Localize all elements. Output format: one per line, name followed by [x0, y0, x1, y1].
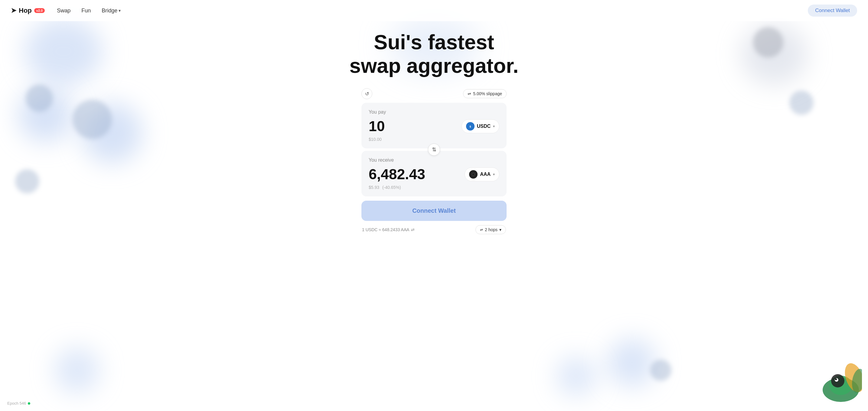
svg-text:$: $	[469, 125, 471, 128]
receive-row: 6,482.43 AAA ▾	[369, 166, 499, 182]
navbar: ➤ Hop v2.0 Swap Fun Bridge ▾ Connect Wal…	[0, 0, 868, 21]
receive-amount[interactable]: 6,482.43	[369, 166, 425, 182]
receive-usd-amount: $5.93	[369, 185, 379, 190]
swap-info-row: 1 USDC ≈ 648.2433 AAA ⇄ ⇌ 2 hops ▾	[362, 225, 506, 234]
hops-label: 2 hops	[485, 227, 497, 232]
pay-amount[interactable]: 10	[369, 118, 385, 135]
nav-link-bridge[interactable]: Bridge ▾	[102, 7, 121, 14]
hops-button[interactable]: ⇌ 2 hops ▾	[475, 225, 506, 234]
nav-link-swap[interactable]: Swap	[57, 7, 70, 14]
receive-usd-change: (-40.65%)	[382, 185, 401, 190]
you-pay-label: You pay	[369, 109, 499, 115]
you-receive-panel: You receive 6,482.43 AAA ▾	[362, 151, 506, 197]
logo: ➤ Hop v2.0	[11, 7, 45, 14]
usdc-icon: $	[466, 122, 474, 131]
receive-usd-value: $5.93 (-40.65%)	[369, 185, 499, 190]
bg-blob-6	[608, 339, 656, 387]
hero-title-line1: Sui's fastest	[374, 31, 494, 54]
logo-icon: ➤	[11, 7, 16, 14]
receive-token-selector[interactable]: AAA ▾	[465, 167, 499, 181]
slippage-icon: ⇌	[468, 91, 471, 96]
svg-point-2	[471, 172, 476, 177]
chevron-down-icon: ▾	[119, 8, 121, 13]
swap-toolbar: ↺ ⇌ 5.00% slippage	[362, 88, 506, 99]
you-receive-label: You receive	[369, 158, 499, 163]
receive-token-chevron-icon: ▾	[493, 172, 495, 176]
pay-usd-value: $10.00	[369, 137, 499, 142]
swap-container: ↺ ⇌ 5.00% slippage You pay 10 $	[362, 88, 506, 234]
svg-point-8	[835, 378, 837, 380]
connect-wallet-button[interactable]: Connect Wallet	[362, 201, 506, 221]
hero-title: Sui's fastest swap aggregator.	[349, 30, 518, 77]
main-content: Sui's fastest swap aggregator. ↺ ⇌ 5.00%…	[0, 0, 868, 234]
slippage-button[interactable]: ⇌ 5.00% slippage	[463, 89, 506, 98]
deco-character	[807, 350, 868, 411]
nav-bridge-label: Bridge	[102, 7, 117, 14]
connect-wallet-nav-button[interactable]: Connect Wallet	[808, 4, 857, 16]
epoch-text: Epoch 546	[7, 401, 26, 406]
rate-swap-icon[interactable]: ⇄	[411, 227, 415, 232]
pay-row: 10 $ USDC ▾	[369, 118, 499, 135]
epoch-dot-icon	[28, 402, 30, 405]
slippage-label: 5.00% slippage	[473, 91, 502, 96]
receive-token-name: AAA	[480, 172, 491, 177]
hops-icon: ⇌	[480, 228, 483, 232]
pay-token-selector[interactable]: $ USDC ▾	[462, 119, 499, 133]
nav-links: Swap Fun Bridge ▾	[57, 7, 808, 14]
bg-blob-4	[55, 347, 100, 393]
nav-link-fun[interactable]: Fun	[81, 7, 91, 14]
swap-arrows-icon: ⇅	[432, 146, 436, 153]
bg-blob-7	[557, 356, 596, 396]
swap-rate: 1 USDC ≈ 648.2433 AAA ⇄	[362, 227, 415, 232]
version-badge: v2.0	[34, 8, 45, 13]
hops-chevron-icon: ▾	[499, 227, 501, 232]
deco-avatar-6	[650, 359, 672, 381]
epoch-status: Epoch 546	[7, 401, 30, 406]
hero-title-line2: swap aggregator.	[349, 54, 518, 77]
logo-text: Hop	[19, 7, 32, 14]
refresh-button[interactable]: ↺	[362, 88, 372, 99]
pay-token-name: USDC	[477, 124, 491, 129]
you-pay-panel: You pay 10 $ USDC ▾ $10.00	[362, 103, 506, 148]
swap-direction-button[interactable]: ⇅	[428, 143, 440, 156]
pay-token-chevron-icon: ▾	[493, 124, 495, 129]
panels-wrapper: You pay 10 $ USDC ▾ $10.00	[362, 103, 506, 197]
rate-text: 1 USDC ≈ 648.2433 AAA	[362, 227, 409, 232]
aaa-icon	[469, 170, 477, 179]
